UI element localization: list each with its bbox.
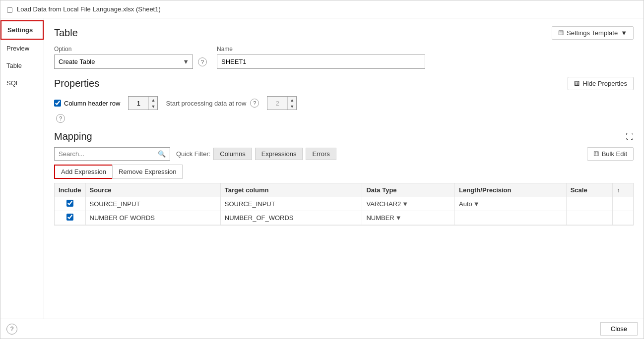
mapping-section: Mapping ⛶ 🔍 Quick Filter: Columns Expres… xyxy=(54,131,634,226)
sort-icon[interactable]: ↑ xyxy=(617,187,620,194)
sidebar-item-settings[interactable]: Settings xyxy=(0,20,44,40)
mapping-table-container: Include Source Target column Data Type L… xyxy=(54,183,634,226)
col-data-type: Data Type xyxy=(362,183,455,197)
row2-include xyxy=(55,211,85,225)
name-label: Name xyxy=(217,46,425,53)
table-header-row: Include Source Target column Data Type L… xyxy=(55,183,633,197)
row2-extra xyxy=(613,211,633,225)
row1-extra xyxy=(613,197,633,211)
sidebar-item-sql[interactable]: SQL xyxy=(0,74,44,92)
name-group: Name SHEET1 xyxy=(217,46,425,69)
col-arrow: ↑ xyxy=(613,183,633,197)
expand-icon[interactable]: ⛶ xyxy=(626,132,634,141)
col-source: Source xyxy=(85,183,220,197)
row1-data-type: VARCHAR2 ▼ xyxy=(362,197,455,211)
document-icon: ▢ xyxy=(6,5,13,13)
bottom-bar: ? Close xyxy=(0,319,644,339)
quick-filter-label: Quick Filter: xyxy=(176,150,210,158)
table-section-header: Table ⚅ Settings Template ▼ xyxy=(54,26,634,40)
column-header-value[interactable] xyxy=(129,98,148,109)
settings-template-button[interactable]: ⚅ Settings Template ▼ xyxy=(552,26,634,40)
start-proc-value[interactable] xyxy=(267,98,287,109)
option-name-row: Option Create Table ▼ ? Name SHEET1 xyxy=(54,46,634,69)
search-button[interactable]: 🔍 xyxy=(154,148,170,160)
row1-source: SOURCE_INPUT xyxy=(85,197,220,211)
option-label: Option xyxy=(54,46,207,53)
bulk-edit-icon: ⚅ xyxy=(593,150,599,158)
main-window: ▢ Load Data from Local File Language.xls… xyxy=(0,0,644,339)
row2-include-checkbox[interactable] xyxy=(66,214,73,221)
option-select[interactable]: Create Table xyxy=(54,55,193,69)
close-button[interactable]: Close xyxy=(600,322,638,336)
col-length-precision: Length/Precision xyxy=(455,183,567,197)
properties-section: Properties ⚅ Hide Properties Column head… xyxy=(54,77,634,123)
main-layout: Settings Preview Table SQL Table ⚅ Setti… xyxy=(0,18,644,319)
sidebar-item-table[interactable]: Table xyxy=(0,57,44,74)
table-row: NUMBER OF WORDS NUMBER_OF_WORDS NUMBER ▼ xyxy=(55,211,633,225)
column-header-checkbox[interactable] xyxy=(54,100,61,107)
start-proc-help-icon[interactable]: ? xyxy=(250,99,259,108)
row1-data-type-value: VARCHAR2 xyxy=(366,200,401,208)
properties-title: Properties xyxy=(54,78,99,89)
row2-target-column: NUMBER_OF_WORDS xyxy=(220,211,362,225)
sidebar-item-preview[interactable]: Preview xyxy=(0,40,44,57)
column-header-label: Column header row xyxy=(64,100,120,107)
search-wrapper: 🔍 xyxy=(54,147,170,161)
start-proc-spinner-buttons: ▲ ▼ xyxy=(287,97,296,110)
row1-length-arrow-icon[interactable]: ▼ xyxy=(473,200,480,208)
help-button[interactable]: ? xyxy=(6,324,17,335)
row1-length-precision: Auto ▼ xyxy=(455,197,567,211)
column-header-up-btn[interactable]: ▲ xyxy=(148,97,157,103)
column-header-spinner-buttons: ▲ ▼ xyxy=(148,97,157,110)
column-header-down-btn[interactable]: ▼ xyxy=(148,103,157,110)
col-scale: Scale xyxy=(566,183,613,197)
add-expression-button[interactable]: Add Expression xyxy=(54,165,112,179)
table-row: SOURCE_INPUT SOURCE_INPUT VARCHAR2 ▼ xyxy=(55,197,633,211)
mapping-tools-row: 🔍 Quick Filter: Columns Expressions Erro… xyxy=(54,147,634,161)
row2-source: NUMBER OF WORDS xyxy=(85,211,220,225)
properties-row: Column header row ▲ ▼ Start processing d… xyxy=(54,96,634,110)
start-proc-up-btn[interactable]: ▲ xyxy=(287,97,296,103)
quick-filter-group: Quick Filter: Columns Expressions Errors xyxy=(176,148,336,160)
column-header-checkbox-label[interactable]: Column header row xyxy=(54,100,120,107)
table-section-title: Table xyxy=(54,27,78,39)
row1-target-column: SOURCE_INPUT xyxy=(220,197,362,211)
properties-icon: ⚅ xyxy=(574,80,580,87)
properties-header: Properties ⚅ Hide Properties xyxy=(54,77,634,90)
row2-data-type-value: NUMBER xyxy=(366,214,394,222)
search-input[interactable] xyxy=(55,148,154,160)
row1-scale xyxy=(566,197,613,211)
col-include: Include xyxy=(55,183,85,197)
row2-scale xyxy=(566,211,613,225)
settings-icon: ⚅ xyxy=(558,29,564,37)
filter-errors-button[interactable]: Errors xyxy=(306,148,336,160)
row1-data-type-arrow-icon[interactable]: ▼ xyxy=(402,200,408,208)
window-title: Load Data from Local File Language.xlsx … xyxy=(17,5,161,13)
properties-extra-help-icon[interactable]: ? xyxy=(56,114,65,123)
start-proc-spinner: ▲ ▼ xyxy=(267,96,297,110)
mapping-table: Include Source Target column Data Type L… xyxy=(55,183,633,225)
filter-expressions-button[interactable]: Expressions xyxy=(255,148,303,160)
row2-data-type: NUMBER ▼ xyxy=(362,211,455,225)
row2-data-type-arrow-icon[interactable]: ▼ xyxy=(395,214,402,222)
expression-buttons-row: Add Expression Remove Expression xyxy=(54,165,634,179)
bulk-edit-button[interactable]: ⚅ Bulk Edit xyxy=(587,147,634,161)
sidebar: Settings Preview Table SQL xyxy=(0,18,44,319)
remove-expression-button[interactable]: Remove Expression xyxy=(112,165,183,179)
col-target-column: Target column xyxy=(220,183,362,197)
start-proc-down-btn[interactable]: ▼ xyxy=(287,103,296,110)
row1-include xyxy=(55,197,85,211)
row1-include-checkbox[interactable] xyxy=(66,200,73,207)
title-bar: ▢ Load Data from Local File Language.xls… xyxy=(0,0,644,18)
mapping-header: Mapping ⛶ xyxy=(54,131,634,142)
content-area: Table ⚅ Settings Template ▼ Option Creat… xyxy=(44,18,644,319)
name-input[interactable]: SHEET1 xyxy=(217,55,425,69)
row2-length-precision xyxy=(455,211,567,225)
row1-length-value: Auto xyxy=(459,200,472,208)
column-header-spinner: ▲ ▼ xyxy=(128,96,158,110)
option-select-wrapper: Create Table ▼ xyxy=(54,55,193,69)
option-help-icon[interactable]: ? xyxy=(198,57,207,66)
start-proc-group: Start processing data at row ? xyxy=(166,99,259,108)
hide-properties-button[interactable]: ⚅ Hide Properties xyxy=(568,77,634,90)
filter-columns-button[interactable]: Columns xyxy=(213,148,252,160)
